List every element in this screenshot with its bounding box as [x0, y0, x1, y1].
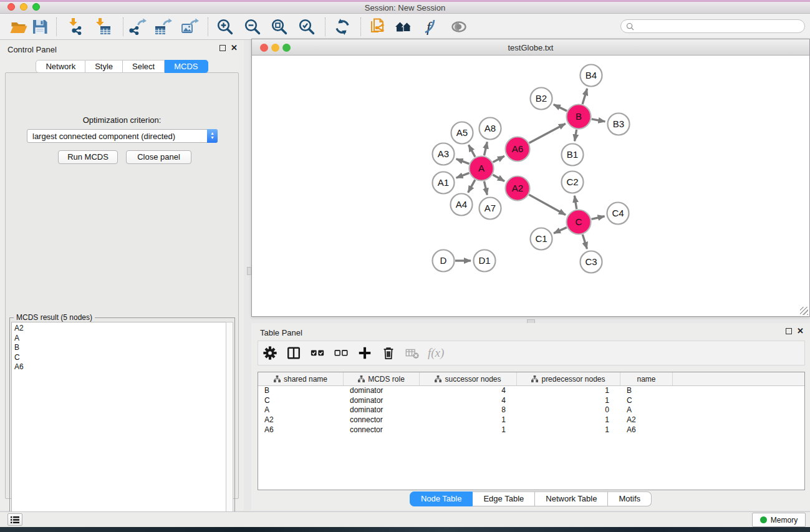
- close-panel-button[interactable]: Close panel: [126, 150, 191, 164]
- task-history-button[interactable]: [7, 513, 22, 526]
- graph-node-B[interactable]: B: [567, 105, 591, 129]
- graph-node-B3[interactable]: B3: [608, 114, 630, 135]
- tab-network[interactable]: Network: [36, 60, 85, 73]
- graph-edge-B-B2[interactable]: [554, 105, 567, 111]
- graph-edge-A-A8[interactable]: [484, 142, 487, 155]
- graph-node-A4[interactable]: A4: [451, 194, 473, 216]
- graph-node-A[interactable]: A: [470, 157, 494, 181]
- deselect-all-button[interactable]: [329, 342, 353, 364]
- delete-column-button[interactable]: [377, 342, 400, 364]
- close-panel-icon[interactable]: ✕: [231, 45, 238, 51]
- result-scrollbar[interactable]: [226, 322, 233, 528]
- graph-node-C3[interactable]: C3: [581, 251, 602, 273]
- result-item[interactable]: A2: [14, 324, 226, 334]
- network-canvas[interactable]: B4B2BB3A8A5A6A3B1AC2A1A2A4A7C4CC1DD1C3: [253, 56, 809, 316]
- column-header-predecessor-nodes[interactable]: predecessor nodes: [517, 372, 620, 385]
- graph-node-B2[interactable]: B2: [531, 88, 552, 110]
- home-button[interactable]: [390, 16, 417, 38]
- graph-edge-B-B3[interactable]: [592, 119, 605, 122]
- graph-edge-A-A4[interactable]: [468, 180, 475, 192]
- result-item[interactable]: B: [14, 343, 226, 353]
- resize-grip[interactable]: [800, 307, 808, 315]
- result-item[interactable]: C: [14, 353, 226, 363]
- optimization-criterion-dropdown[interactable]: largest connected component (directed) ▲…: [27, 129, 218, 143]
- graph-node-C2[interactable]: C2: [562, 172, 584, 193]
- graph-node-A7[interactable]: A7: [480, 198, 501, 220]
- graph-edge-A-A7[interactable]: [484, 181, 487, 195]
- memory-button[interactable]: Memory: [752, 513, 806, 527]
- export-image-button[interactable]: [176, 16, 203, 38]
- zoom-in-button[interactable]: [211, 16, 239, 38]
- graph-edge-A6-B[interactable]: [529, 123, 566, 143]
- graph-edge-A2-C[interactable]: [529, 195, 566, 215]
- graph-edge-C-C4[interactable]: [591, 216, 604, 220]
- result-item[interactable]: A6: [14, 362, 226, 372]
- horizontal-splitter-handle[interactable]: [247, 267, 251, 275]
- create-column-button[interactable]: [353, 342, 377, 364]
- table-row[interactable]: Adominator80A: [258, 405, 804, 415]
- graph-edge-B-B4[interactable]: [582, 89, 587, 104]
- graph-edge-C-C3[interactable]: [582, 235, 587, 249]
- zoom-out-button[interactable]: [239, 16, 266, 38]
- refresh-button[interactable]: [329, 16, 356, 38]
- search-input[interactable]: [637, 21, 804, 32]
- show-columns-button[interactable]: [282, 342, 306, 364]
- graph-edge-A-A3[interactable]: [456, 159, 470, 164]
- run-mcds-button[interactable]: Run MCDS: [58, 150, 118, 164]
- close-table-panel-icon[interactable]: ✕: [797, 328, 804, 334]
- graph-node-D[interactable]: D: [433, 250, 455, 272]
- result-item[interactable]: A: [14, 334, 226, 344]
- graph-edge-A-A1[interactable]: [456, 173, 470, 178]
- column-header-name[interactable]: name: [620, 372, 673, 385]
- select-all-button[interactable]: [306, 342, 329, 364]
- import-table-button[interactable]: [90, 16, 117, 38]
- graph-node-A3[interactable]: A3: [433, 143, 455, 165]
- table-row[interactable]: Bdominator41B: [258, 386, 804, 396]
- graph-node-A1[interactable]: A1: [433, 172, 455, 194]
- float-table-panel-icon[interactable]: [786, 328, 792, 334]
- function-toggle-button[interactable]: f: [417, 16, 444, 38]
- tab-node-table[interactable]: Node Table: [410, 491, 473, 506]
- column-header-shared-name[interactable]: shared name: [258, 372, 344, 385]
- graph-edge-B-B1[interactable]: [575, 130, 577, 142]
- zoom-selected-button[interactable]: [293, 16, 321, 38]
- tab-mcds[interactable]: MCDS: [165, 60, 208, 73]
- eye-toggle-button[interactable]: [445, 16, 473, 38]
- graph-node-C4[interactable]: C4: [607, 203, 629, 225]
- save-session-button[interactable]: [26, 16, 54, 38]
- graph-node-C[interactable]: C: [567, 210, 591, 235]
- column-header-MCDS-role[interactable]: MCDS role: [344, 372, 420, 385]
- table-settings-button[interactable]: [258, 342, 282, 364]
- float-panel-icon[interactable]: [219, 45, 226, 51]
- export-table-button[interactable]: [149, 16, 176, 38]
- column-header-successor-nodes[interactable]: successor nodes: [420, 372, 517, 385]
- import-network-button[interactable]: [62, 16, 89, 38]
- tab-network-table[interactable]: Network Table: [535, 491, 608, 506]
- tab-motifs[interactable]: Motifs: [608, 491, 652, 506]
- graph-node-A5[interactable]: A5: [451, 122, 473, 144]
- network-window-titlebar: testGlobe.txt: [252, 39, 809, 56]
- graph-node-C1[interactable]: C1: [531, 228, 552, 250]
- graph-node-B1[interactable]: B1: [562, 144, 584, 166]
- graph-edge-A-A6[interactable]: [493, 156, 504, 162]
- mcds-result-list[interactable]: A2ABCA6: [11, 322, 226, 528]
- table-row[interactable]: A2connector11A2: [258, 415, 804, 425]
- graph-edge-C-C1[interactable]: [554, 228, 567, 233]
- export-network-button[interactable]: [123, 16, 151, 38]
- table-row[interactable]: Cdominator41C: [258, 396, 804, 406]
- graph-edge-A-A5[interactable]: [469, 145, 475, 157]
- graph-edge-C-C2[interactable]: [574, 196, 576, 210]
- graph-node-B4[interactable]: B4: [581, 65, 602, 87]
- zoom-fit-button[interactable]: [266, 16, 293, 38]
- search-field[interactable]: [620, 19, 805, 33]
- table-row[interactable]: A6connector11A6: [258, 425, 804, 435]
- graph-edge-A-A2[interactable]: [493, 175, 504, 181]
- tab-style[interactable]: Style: [85, 60, 123, 73]
- tab-select[interactable]: Select: [123, 60, 165, 73]
- graph-node-A2[interactable]: A2: [506, 177, 530, 201]
- tab-edge-table[interactable]: Edge Table: [473, 491, 535, 506]
- graph-node-A8[interactable]: A8: [480, 118, 501, 140]
- clone-network-button[interactable]: [364, 16, 392, 38]
- graph-node-D1[interactable]: D1: [474, 250, 496, 272]
- graph-node-A6[interactable]: A6: [506, 137, 530, 162]
